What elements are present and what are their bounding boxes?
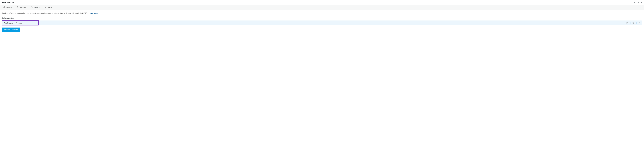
tab-label: Social bbox=[48, 6, 52, 8]
cart-icon bbox=[31, 6, 33, 8]
schema-item-row[interactable]: WooCommerce Product bbox=[2, 21, 642, 25]
divider bbox=[630, 22, 630, 24]
svg-point-5 bbox=[33, 8, 33, 8]
description-prefix: Configure Schema Markup for your pages. … bbox=[2, 12, 89, 14]
svg-marker-0 bbox=[641, 2, 642, 3]
schema-in-use-label: Schema in Use bbox=[2, 17, 642, 19]
svg-point-4 bbox=[32, 8, 32, 8]
panel-title: Rank Math SEO bbox=[2, 2, 15, 4]
tab-social[interactable]: Social bbox=[42, 5, 54, 10]
panel-controls bbox=[634, 2, 642, 4]
description-text: Configure Schema Markup for your pages. … bbox=[2, 12, 642, 14]
schema-actions bbox=[626, 22, 640, 24]
tab-label: Advanced bbox=[20, 6, 27, 8]
chevron-down-icon bbox=[637, 2, 639, 4]
delete-schema-button[interactable] bbox=[638, 22, 640, 24]
schema-item-highlight: WooCommerce Product bbox=[2, 20, 39, 26]
panel-header: Rank Math SEO bbox=[0, 0, 644, 5]
edit-icon bbox=[626, 22, 628, 24]
share-icon bbox=[44, 6, 47, 8]
svg-rect-2 bbox=[17, 7, 18, 8]
caret-up-icon bbox=[640, 2, 642, 3]
tab-label: Schema bbox=[34, 6, 40, 8]
chevron-up-icon bbox=[634, 2, 636, 4]
tab-advanced[interactable]: Advanced bbox=[14, 5, 29, 10]
svg-point-1 bbox=[4, 7, 5, 8]
svg-point-11 bbox=[633, 23, 634, 23]
panel-move-up[interactable] bbox=[634, 2, 636, 4]
schema-item-name: WooCommerce Product bbox=[4, 22, 22, 24]
svg-line-9 bbox=[45, 7, 46, 7]
toolbox-icon bbox=[16, 6, 18, 8]
svg-point-6 bbox=[46, 7, 46, 7]
preview-schema-button[interactable] bbox=[632, 22, 634, 24]
svg-point-8 bbox=[46, 8, 46, 8]
eye-icon bbox=[632, 22, 634, 24]
tab-general[interactable]: General bbox=[1, 5, 14, 10]
panel-move-down[interactable] bbox=[637, 2, 639, 4]
trash-icon bbox=[638, 22, 640, 24]
svg-point-7 bbox=[45, 7, 45, 7]
edit-schema-button[interactable] bbox=[626, 22, 628, 24]
gear-icon bbox=[3, 6, 6, 8]
tab-bar: General Advanced Schema Social bbox=[0, 5, 644, 10]
tab-content: Configure Schema Markup for your pages. … bbox=[0, 10, 644, 34]
schema-generator-button[interactable]: Schema Generator bbox=[2, 28, 20, 32]
learn-more-link[interactable]: Learn more. bbox=[89, 12, 98, 14]
rank-math-panel: Rank Math SEO General Advanced bbox=[0, 0, 644, 34]
tab-label: General bbox=[6, 6, 12, 8]
svg-line-10 bbox=[45, 7, 46, 8]
tab-schema[interactable]: Schema bbox=[29, 5, 42, 10]
panel-toggle[interactable] bbox=[640, 2, 642, 3]
